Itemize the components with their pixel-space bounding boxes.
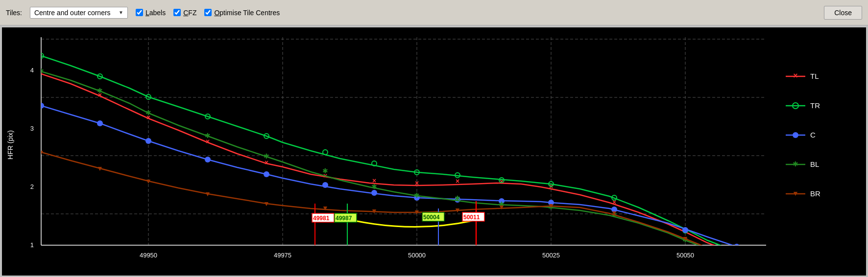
svg-text:×: × — [456, 177, 459, 185]
chart-area: 1 2 3 4 HFR (pix) 49950 49975 50000 5002… — [2, 27, 866, 276]
chevron-down-icon: ▼ — [119, 10, 123, 15]
svg-text:50011: 50011 — [463, 214, 480, 221]
svg-point-56 — [205, 157, 211, 162]
svg-text:✱: ✱ — [322, 167, 328, 175]
svg-text:×: × — [415, 179, 419, 187]
svg-text:C: C — [810, 131, 816, 139]
optimise-checkbox[interactable] — [204, 9, 212, 16]
svg-text:✱: ✱ — [455, 194, 460, 202]
cfz-checkbox[interactable] — [173, 9, 181, 16]
svg-text:HFR (pix): HFR (pix) — [6, 130, 14, 160]
svg-text:✱: ✱ — [371, 183, 377, 190]
svg-text:4: 4 — [30, 67, 34, 74]
svg-text:▼: ▼ — [792, 189, 799, 197]
svg-text:▼: ▼ — [413, 208, 420, 216]
tiles-dropdown[interactable]: Centre and outer corners ▼ — [30, 7, 128, 19]
svg-text:▼: ▼ — [371, 207, 378, 215]
toolbar: Tiles: Centre and outer corners ▼ Labels… — [0, 0, 868, 25]
svg-text:▼: ▼ — [498, 203, 505, 211]
svg-text:▼: ▼ — [454, 206, 461, 214]
optimise-checkbox-group[interactable]: Optimise Tile Centres — [204, 9, 280, 17]
svg-text:✱: ✱ — [205, 132, 211, 139]
chart-svg: 1 2 3 4 HFR (pix) 49950 49975 50000 5002… — [2, 27, 866, 276]
svg-point-58 — [322, 182, 328, 188]
svg-text:3: 3 — [30, 125, 34, 132]
svg-text:✱: ✱ — [414, 191, 420, 199]
svg-text:1: 1 — [30, 241, 34, 249]
labels-checkbox-group[interactable]: Labels — [136, 9, 166, 17]
svg-text:▼: ▼ — [682, 234, 689, 242]
svg-text:49950: 49950 — [140, 252, 157, 259]
svg-rect-0 — [2, 27, 866, 276]
svg-text:▼: ▼ — [263, 200, 270, 208]
svg-point-57 — [264, 171, 269, 177]
svg-text:50004: 50004 — [423, 214, 440, 221]
optimise-label: Optimise Tile Centres — [214, 9, 280, 17]
svg-text:49981: 49981 — [313, 215, 330, 222]
svg-text:50000: 50000 — [408, 252, 426, 259]
svg-text:TR: TR — [810, 101, 820, 110]
tiles-label: Tiles: — [6, 9, 22, 17]
svg-point-65 — [682, 227, 688, 233]
close-button[interactable]: Close — [824, 6, 862, 20]
svg-point-59 — [371, 190, 377, 196]
svg-text:49975: 49975 — [274, 252, 291, 259]
svg-text:▼: ▼ — [96, 164, 103, 172]
labels-label: Labels — [145, 9, 166, 17]
svg-text:49987: 49987 — [336, 215, 352, 222]
svg-text:▼: ▼ — [322, 204, 329, 212]
svg-text:BL: BL — [810, 160, 819, 168]
svg-text:TL: TL — [810, 72, 819, 80]
svg-text:✱: ✱ — [97, 87, 103, 94]
svg-text:✱: ✱ — [264, 152, 269, 160]
svg-point-117 — [793, 132, 798, 138]
svg-text:50050: 50050 — [676, 252, 694, 259]
svg-text:✱: ✱ — [793, 160, 798, 168]
svg-text:▼: ▼ — [145, 177, 152, 185]
svg-text:50025: 50025 — [542, 252, 560, 259]
svg-text:×: × — [793, 71, 797, 80]
cfz-checkbox-group[interactable]: CFZ — [173, 9, 196, 17]
svg-point-54 — [97, 120, 103, 126]
svg-text:BR: BR — [810, 189, 820, 198]
cfz-label: CFZ — [183, 9, 196, 17]
tiles-value: Centre and outer corners — [34, 9, 111, 17]
svg-text:▼: ▼ — [204, 190, 211, 198]
svg-text:✱: ✱ — [145, 109, 151, 116]
svg-text:▼: ▼ — [548, 202, 555, 209]
svg-point-55 — [145, 138, 151, 144]
labels-checkbox[interactable] — [136, 9, 143, 16]
svg-text:2: 2 — [30, 183, 34, 190]
svg-text:▼: ▼ — [611, 209, 618, 217]
